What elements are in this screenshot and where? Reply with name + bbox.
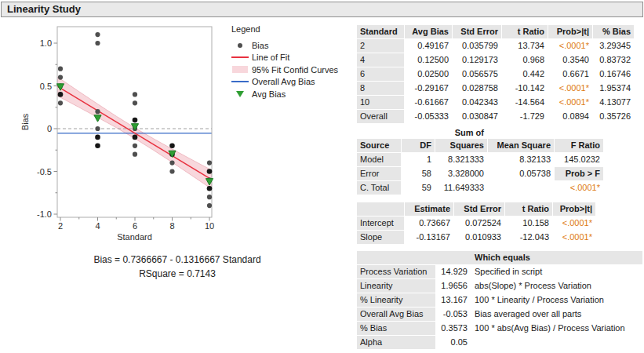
- legend-title: Legend: [231, 24, 338, 35]
- table-cell: 0.3540: [548, 53, 592, 67]
- table-cell: 10.158: [505, 217, 552, 230]
- value-cell: 0.05: [436, 336, 471, 349]
- legend-item-confid-curves: 95% Fit Confid Curves: [231, 64, 338, 76]
- formula-cell: 100 * abs(Avg Bias) / Process Variation: [471, 322, 642, 335]
- row-label: % Linearity: [357, 293, 435, 307]
- legend-item-label: Line of Fit: [252, 53, 289, 62]
- table-row: 40.125000.1291730.9680.35400.83732: [357, 53, 634, 67]
- column-header: t Ratio: [502, 25, 548, 38]
- table-cell: <.0001*: [555, 181, 603, 195]
- avg-bias-triangle-icon: [231, 91, 249, 97]
- svg-text:-1.0: -1.0: [37, 209, 52, 219]
- formula-cell: Bias averaged over all parts: [471, 308, 642, 321]
- column-header: Prob>|t|: [548, 25, 592, 38]
- anova-table: Sum ofSourceDFSquaresMean SquareF RatioM…: [356, 126, 604, 195]
- table-row: 10-0.616670.042343-14.564<.0001*4.13077: [357, 96, 634, 109]
- report-title-bar[interactable]: Linearity Study: [1, 2, 643, 17]
- column-header: t Ratio: [505, 202, 552, 216]
- legend-item-label: Bias: [252, 41, 268, 50]
- table-row: Slope-0.131670.010933-12.043<.0001*: [357, 231, 595, 244]
- table-cell: 0.83732: [593, 53, 634, 67]
- y-axis-title: Bias: [20, 113, 30, 130]
- table-row: % Linearity13.167100 * Linearity / Proce…: [357, 293, 642, 307]
- table-cell: -0.29167: [405, 82, 452, 95]
- row-label: Alpha: [357, 336, 435, 349]
- table-cell: 0.73667: [405, 217, 453, 230]
- formula-cell: 100 * Linearity / Process Variation: [471, 293, 642, 307]
- over-header-cell: [488, 127, 554, 138]
- table-cell: <.0001*: [548, 96, 592, 109]
- x-axis-title: Standard: [117, 232, 152, 242]
- table-row: Linearity1.9656abs(Slope) * Process Vari…: [357, 279, 642, 293]
- table-cell: [488, 181, 554, 195]
- legend-item-bias: Bias: [231, 39, 338, 52]
- table-cell: 0.028758: [453, 82, 501, 95]
- table-cell: 13.734: [502, 39, 548, 53]
- column-header: DF: [402, 139, 435, 152]
- legend-item-line-of-fit: Line of Fit: [231, 52, 338, 64]
- table-cell: 1.95374: [593, 82, 634, 95]
- rsquare-line: RSquare = 0.7143: [0, 267, 355, 281]
- report-title: Linearity Study: [7, 3, 81, 15]
- fit-line-icon: [231, 56, 249, 58]
- table-cell: <.0001*: [553, 217, 595, 230]
- legend-item-label: 95% Fit Confid Curves: [252, 65, 338, 75]
- table-cell: 8.32133: [488, 153, 554, 166]
- estimates-table: EstimateStd Errort RatioProb>|t|Intercep…: [356, 202, 596, 245]
- table-cell: -0.61667: [405, 96, 452, 109]
- table-cell: Prob > F: [555, 167, 603, 180]
- table-cell: 0.12500: [405, 53, 452, 67]
- formula-cell: abs(Slope) * Process Variation: [471, 279, 642, 293]
- column-header: [357, 202, 404, 216]
- row-label: Error: [357, 167, 401, 180]
- column-header: Std Error: [453, 25, 501, 38]
- row-label: Model: [357, 153, 401, 166]
- table-cell: -14.564: [502, 96, 548, 109]
- value-cell: -0.053: [436, 308, 471, 321]
- gauge-linearity-table: Which equalsProcess Variation14.929Speci…: [356, 250, 643, 350]
- table-cell: 3.328000: [435, 167, 487, 180]
- column-header: Source: [357, 139, 401, 152]
- row-label: 6: [357, 67, 404, 81]
- table-cell: 0.49167: [405, 39, 452, 53]
- row-label: % Bias: [357, 322, 435, 335]
- table-cell: 0.05738: [488, 167, 554, 180]
- row-label: Overall: [357, 110, 404, 123]
- table-cell: 59: [402, 181, 435, 195]
- table-cell: 0.010933: [454, 231, 504, 244]
- table-cell: 0.35726: [593, 110, 634, 123]
- dot-marker-icon: [231, 43, 249, 48]
- column-header: Standard: [357, 25, 404, 38]
- svg-text:-0.5: -0.5: [37, 167, 52, 176]
- svg-text:1.0: 1.0: [40, 38, 52, 48]
- row-label: Linearity: [357, 279, 435, 293]
- svg-text:4: 4: [95, 221, 100, 231]
- table-row: % Bias0.3573100 * abs(Avg Bias) / Proces…: [357, 322, 642, 335]
- column-header: Squares: [435, 139, 487, 152]
- table-cell: 8.321333: [435, 153, 487, 166]
- legend-item-overall-avg-bias: Overall Avg Bias: [231, 76, 338, 89]
- table-cell: 0.16746: [593, 67, 634, 81]
- table-cell: -1.729: [502, 110, 548, 123]
- table-cell: 0.056575: [453, 67, 501, 81]
- row-label: Intercept: [357, 217, 404, 230]
- table-cell: 0.072524: [454, 217, 504, 230]
- table-cell: 4.13077: [593, 96, 634, 109]
- over-header-cell: [402, 127, 435, 138]
- table-cell: -0.05333: [405, 110, 452, 123]
- table-row: 20.491670.03579913.734<.0001*3.29345: [357, 39, 634, 53]
- legend-item-avg-bias: Avg Bias: [231, 88, 338, 100]
- column-header: F Ratio: [555, 139, 603, 152]
- table-cell: -0.13167: [405, 231, 453, 244]
- value-cell: 1.9656: [436, 279, 471, 293]
- svg-text:0.5: 0.5: [40, 82, 52, 91]
- plot-legend: Legend Bias Line of Fit 95% Fit Confid C…: [231, 24, 338, 100]
- table-cell: 0.042343: [453, 96, 501, 109]
- over-header-cell: [357, 127, 401, 138]
- row-label: 4: [357, 53, 404, 67]
- value-cell: 13.167: [436, 293, 471, 307]
- table-cell: -12.043: [505, 231, 552, 244]
- column-header: Estimate: [405, 202, 453, 216]
- value-cell: 0.3573: [436, 322, 471, 335]
- row-label: Slope: [357, 231, 404, 244]
